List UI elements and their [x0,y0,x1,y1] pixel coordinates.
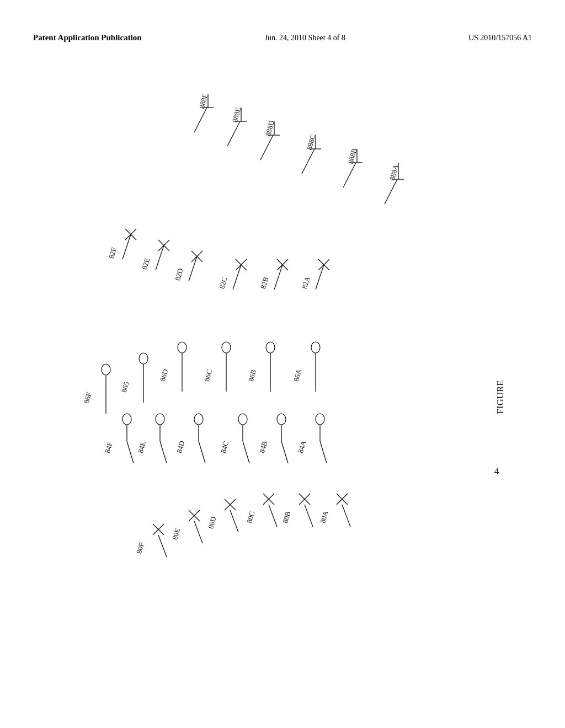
svg-point-38 [102,364,110,375]
svg-text:84D: 84D [175,440,186,454]
svg-line-95 [302,149,315,174]
svg-text:888C: 888C [305,133,317,151]
svg-line-111 [160,441,167,463]
svg-text:4: 4 [494,466,499,477]
header-right: US 2010/157056 A1 [468,34,532,42]
svg-text:86A: 86A [292,368,303,382]
svg-point-62 [194,414,203,425]
svg-text:84B: 84B [258,440,269,454]
svg-line-96 [343,163,356,188]
page-header: Patent Application Publication Jun. 24, … [0,33,565,42]
svg-point-53 [311,342,320,353]
svg-point-71 [316,414,324,425]
svg-text:80C: 80C [245,511,256,524]
svg-point-56 [122,414,131,425]
svg-point-47 [222,342,231,353]
svg-text:86C: 86C [202,368,214,382]
svg-text:82E: 82E [140,257,151,270]
svg-text:86F: 86F [82,392,93,404]
patent-diagram: text.hw { font-family: 'Segoe Script', '… [44,77,521,684]
svg-text:888E: 888E [231,106,243,123]
header-center: Jun. 24, 2010 Sheet 4 of 8 [265,34,345,42]
svg-text:80B: 80B [281,510,292,524]
svg-text:888F: 888F [198,93,209,110]
svg-text:865: 865 [120,381,131,393]
svg-line-115 [320,441,327,463]
svg-text:82D: 82D [173,267,184,282]
svg-text:86B: 86B [247,368,258,382]
svg-text:84E: 84E [136,441,147,454]
svg-point-68 [277,414,286,425]
svg-line-92 [194,108,207,132]
svg-text:84C: 84C [219,440,230,454]
svg-text:82B: 82B [259,276,270,290]
svg-line-117 [194,521,202,543]
svg-line-118 [230,510,238,532]
svg-text:80A: 80A [318,510,329,524]
svg-text:84A: 84A [296,440,307,454]
svg-text:80F: 80F [135,542,146,554]
svg-text:84F: 84F [103,441,114,454]
svg-point-44 [178,342,186,353]
svg-line-121 [342,505,350,527]
svg-text:80E: 80E [170,527,182,540]
svg-line-94 [260,135,273,160]
svg-line-119 [269,505,277,527]
svg-text:82A: 82A [300,275,311,290]
svg-line-93 [227,121,240,146]
svg-line-110 [127,441,134,463]
svg-text:80D: 80D [206,516,217,530]
svg-line-97 [385,179,397,204]
svg-point-59 [156,414,164,425]
svg-text:FIGURE: FIGURE [495,380,505,414]
svg-text:86D: 86D [158,368,169,382]
svg-line-114 [281,441,288,463]
svg-text:82C: 82C [217,276,228,290]
svg-line-112 [199,441,205,463]
svg-line-113 [243,441,249,463]
svg-text:82F: 82F [107,247,118,259]
svg-line-116 [158,535,167,557]
header-left: Patent Application Publication [33,33,142,42]
svg-point-65 [238,414,247,425]
svg-point-50 [266,342,275,353]
svg-line-120 [305,505,313,527]
svg-point-41 [139,353,148,364]
page: Patent Application Publication Jun. 24, … [0,0,565,728]
